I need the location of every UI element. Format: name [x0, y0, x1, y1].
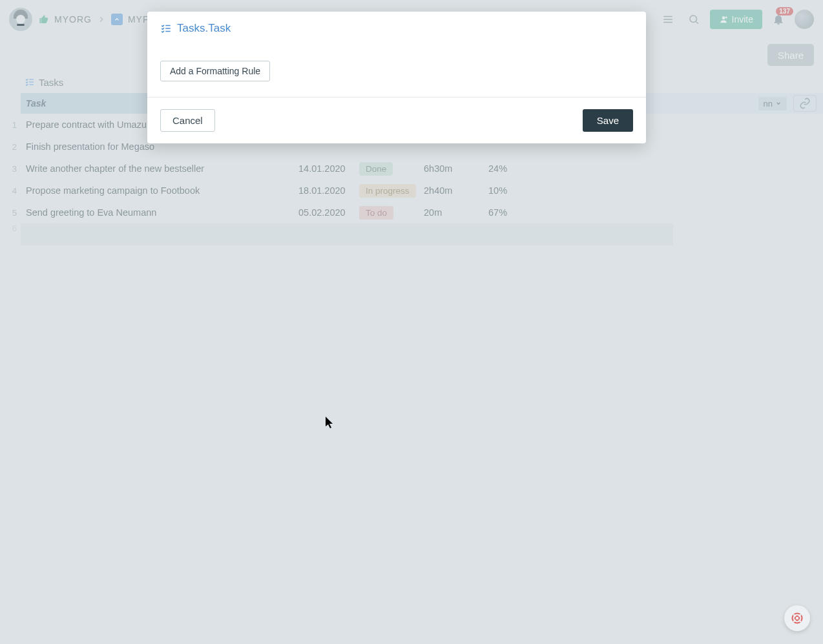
lifebuoy-icon — [791, 612, 804, 625]
save-button[interactable]: Save — [583, 109, 633, 132]
help-button[interactable] — [784, 605, 810, 631]
svg-line-16 — [793, 620, 795, 622]
svg-line-17 — [799, 620, 801, 622]
svg-line-15 — [799, 614, 801, 616]
formatting-rules-dialog: Tasks.Task Add a Formatting Rule Cancel … — [147, 12, 646, 143]
add-formatting-rule-button[interactable]: Add a Formatting Rule — [160, 61, 270, 81]
svg-line-14 — [793, 614, 795, 616]
tasks-list-icon — [160, 23, 172, 34]
cancel-button[interactable]: Cancel — [160, 109, 215, 132]
svg-point-13 — [795, 616, 800, 621]
dialog-title: Tasks.Task — [177, 22, 231, 35]
